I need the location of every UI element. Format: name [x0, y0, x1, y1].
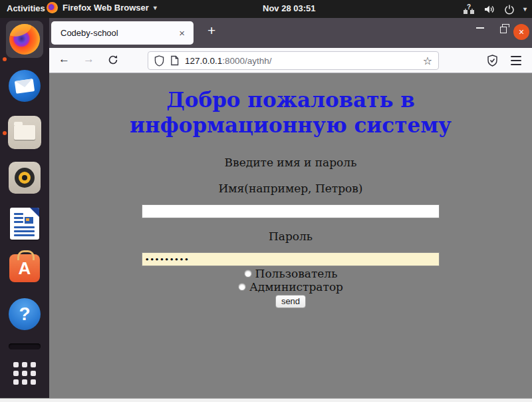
bookmark-star-icon[interactable]: ☆ [423, 55, 432, 67]
forward-button[interactable]: → [83, 53, 94, 66]
intro-text: Введите имя и пароль [49, 156, 532, 169]
dock-item-app-grid[interactable] [11, 360, 38, 387]
rhythmbox-icon [9, 162, 41, 194]
network-status-icon: ? [463, 4, 475, 15]
ubuntu-software-icon: A [9, 254, 40, 282]
top-panel: Activities Firefox Web Browser ▾ Nov 28 … [0, 0, 532, 18]
shield-permissions-icon[interactable] [154, 55, 164, 67]
firefox-icon [9, 24, 40, 55]
dock-divider [9, 343, 41, 349]
radio-admin[interactable] [238, 283, 246, 291]
firefox-icon [47, 2, 58, 13]
dock-item-files[interactable] [8, 116, 41, 149]
files-icon [8, 116, 41, 149]
new-tab-button[interactable]: + [202, 23, 221, 39]
activities-button[interactable]: Activities [7, 3, 45, 13]
close-button[interactable]: × [513, 24, 529, 40]
app-grid-icon [11, 360, 38, 387]
name-input[interactable] [142, 204, 440, 218]
page-title: Добро пожаловать в информационную систем… [111, 87, 470, 138]
send-button[interactable]: send [275, 295, 306, 308]
minimize-button[interactable] [476, 27, 484, 29]
url-host: 127.0.0.1 [185, 56, 222, 66]
url-text[interactable]: 127.0.0.1:8000/aythh/ [185, 56, 417, 66]
role-option-admin[interactable]: Администратор [49, 280, 532, 293]
page-info-icon[interactable] [170, 55, 179, 66]
chevron-down-icon: ▾ [523, 5, 527, 13]
app-menu-label: Firefox Web Browser [63, 3, 149, 13]
url-bar[interactable]: 127.0.0.1:8000/aythh/ ☆ [148, 51, 439, 70]
tab-codeby-school[interactable]: Codeby-school × [51, 21, 194, 45]
password-input[interactable] [142, 252, 440, 266]
chevron-down-icon: ▾ [154, 4, 157, 11]
dock-item-thunderbird[interactable] [9, 70, 41, 102]
radio-user[interactable] [244, 270, 252, 278]
power-icon [504, 4, 515, 15]
running-indicator [3, 131, 7, 135]
browser-window: Codeby-school × + × ← → 127.0.0.1:8000/a… [49, 18, 532, 398]
radio-admin-label: Администратор [249, 280, 343, 294]
hamburger-menu-icon[interactable] [511, 56, 521, 65]
volume-icon [483, 4, 495, 15]
clock[interactable]: Nov 28 03:51 [263, 3, 316, 13]
dock-item-libreoffice-writer[interactable] [10, 208, 39, 240]
dock-item-rhythmbox[interactable] [9, 162, 41, 194]
screen-bottom-edge [0, 398, 532, 402]
maximize-button[interactable] [500, 27, 507, 33]
libreoffice-writer-icon [10, 208, 39, 240]
system-tray[interactable]: ? ▾ [463, 0, 527, 18]
tab-close-icon[interactable]: × [176, 27, 188, 39]
dock-item-ubuntu-software[interactable]: A [9, 251, 40, 282]
tab-bar: Codeby-school × + × [49, 18, 532, 48]
reload-button[interactable] [108, 55, 118, 65]
protections-shield-icon[interactable] [487, 55, 498, 67]
svg-text:?: ? [467, 4, 471, 11]
app-menu[interactable]: Firefox Web Browser ▾ [47, 2, 157, 13]
running-indicator [3, 57, 7, 61]
dock: A ? [0, 18, 49, 398]
radio-user-label: Пользователь [255, 267, 338, 280]
navigation-toolbar: ← → 127.0.0.1:8000/aythh/ ☆ [49, 48, 532, 73]
dock-item-firefox[interactable] [6, 21, 43, 58]
back-button[interactable]: ← [59, 53, 70, 66]
page-content: Добро пожаловать в информационную систем… [49, 73, 532, 397]
help-icon: ? [9, 298, 41, 330]
tab-title: Codeby-school [61, 28, 176, 38]
role-option-user[interactable]: Пользователь [49, 267, 532, 280]
password-label: Пароль [49, 230, 532, 243]
thunderbird-icon [9, 70, 41, 102]
name-label: Имя(например, Петров) [49, 182, 532, 195]
dock-item-help[interactable]: ? [9, 298, 41, 330]
url-path: :8000/aythh/ [222, 56, 271, 66]
